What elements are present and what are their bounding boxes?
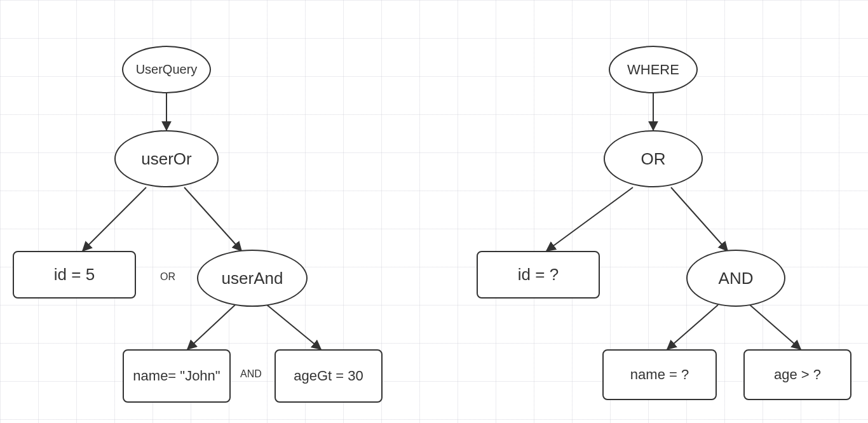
left-age-label: ageGt = 30: [294, 367, 363, 385]
left-user-and-node: userAnd: [197, 250, 308, 307]
right-or-node: OR: [604, 130, 703, 187]
left-user-or-node: userOr: [114, 130, 219, 187]
right-where-node: WHERE: [609, 46, 698, 93]
svg-line-1: [83, 187, 146, 251]
svg-line-4: [267, 305, 321, 349]
right-and-label: AND: [719, 268, 754, 289]
right-and-node: AND: [686, 250, 785, 307]
left-user-query-label: UserQuery: [136, 62, 198, 77]
right-name-node: name = ?: [602, 349, 717, 400]
right-age-node: age > ?: [743, 349, 851, 400]
right-age-label: age > ?: [774, 366, 821, 384]
svg-line-6: [546, 187, 633, 251]
svg-line-9: [750, 305, 801, 349]
left-user-and-label: userAnd: [222, 268, 283, 289]
diagram-canvas: UserQuery userOr id = 5 OR userAnd name=…: [0, 0, 868, 423]
left-and-connector: AND: [240, 368, 262, 380]
right-id-node: id = ?: [477, 251, 600, 299]
right-name-label: name = ?: [630, 366, 689, 384]
left-user-query-node: UserQuery: [122, 46, 211, 93]
svg-line-3: [187, 305, 235, 349]
svg-line-7: [671, 187, 728, 251]
left-name-label: name= "John": [133, 367, 220, 385]
left-or-connector: OR: [160, 271, 175, 283]
left-user-or-label: userOr: [141, 149, 191, 170]
svg-line-8: [667, 305, 718, 349]
left-id-label: id = 5: [54, 264, 95, 285]
left-name-node: name= "John": [123, 349, 231, 403]
left-age-node: ageGt = 30: [275, 349, 383, 403]
right-where-label: WHERE: [627, 61, 679, 79]
right-or-label: OR: [641, 149, 666, 170]
svg-line-2: [184, 187, 241, 251]
right-id-label: id = ?: [518, 264, 559, 285]
left-id-node: id = 5: [13, 251, 136, 299]
